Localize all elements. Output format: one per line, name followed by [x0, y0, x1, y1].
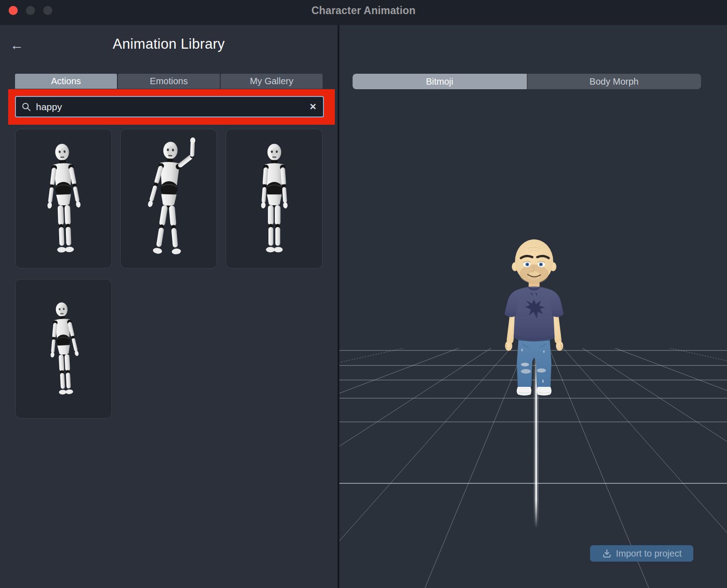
- titlebar: Character Animation: [0, 0, 727, 25]
- search-highlight-annotation: ✕: [8, 89, 335, 125]
- robot-stand-pose: [245, 138, 304, 259]
- bitmoji-character: [492, 227, 570, 400]
- library-tabs: Actions Emotions My Gallery: [15, 74, 323, 89]
- preview-viewport[interactable]: Bitmoji Body Morph: [339, 25, 727, 588]
- tab-emotions[interactable]: Emotions: [118, 74, 220, 89]
- animation-thumbnail-4[interactable]: [15, 279, 112, 419]
- download-icon: [602, 548, 612, 558]
- tab-my-gallery[interactable]: My Gallery: [221, 74, 323, 89]
- animation-thumbnail-1[interactable]: [15, 129, 112, 269]
- robot-idle-pose: [34, 138, 93, 259]
- tab-actions[interactable]: Actions: [15, 74, 117, 89]
- import-to-project-button[interactable]: Import to project: [590, 545, 693, 562]
- clear-search-icon[interactable]: ✕: [309, 102, 317, 111]
- search-field[interactable]: ✕: [15, 96, 324, 117]
- window-title: Character Animation: [0, 5, 727, 17]
- animation-library-panel: ← Animation Library Actions Emotions My …: [0, 25, 338, 588]
- tab-body-morph[interactable]: Body Morph: [527, 74, 702, 89]
- search-input[interactable]: [36, 101, 309, 112]
- animation-thumbnail-2[interactable]: [120, 129, 217, 269]
- search-icon: [21, 102, 31, 112]
- panel-title: Animation Library: [0, 36, 338, 52]
- animation-thumbnail-3[interactable]: [226, 129, 323, 269]
- tab-bitmoji[interactable]: Bitmoji: [353, 74, 527, 89]
- import-button-label: Import to project: [616, 548, 682, 559]
- robot-wave-pose: [137, 136, 201, 261]
- viewport-tabs: Bitmoji Body Morph: [353, 74, 701, 89]
- robot-idle-small-pose: [39, 298, 89, 400]
- app-window: Character Animation ← Animation Library …: [0, 0, 727, 588]
